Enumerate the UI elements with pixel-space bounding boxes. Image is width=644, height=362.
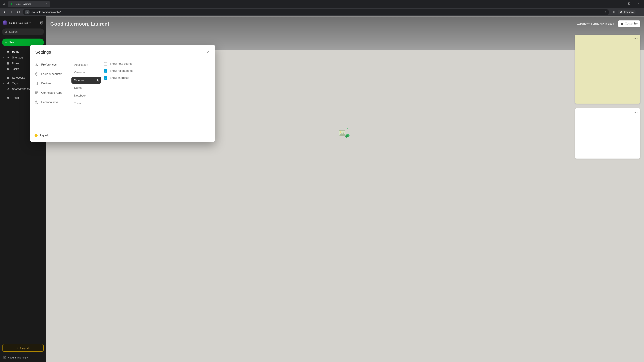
user-menu[interactable]: Lauren Dale Deli ▾ — [0, 19, 46, 27]
side-panel-button[interactable] — [610, 9, 616, 15]
customize-button[interactable]: Customize — [618, 20, 640, 27]
browser-tab[interactable]: Home - Evernote ✕ — [8, 1, 50, 7]
subitem-label: Calendar — [74, 71, 86, 74]
subitem-calendar[interactable]: Calendar — [72, 69, 101, 76]
checkbox[interactable] — [104, 62, 107, 65]
minimize-button[interactable]: ― — [620, 2, 625, 5]
category-label: Connected Apps — [41, 91, 62, 94]
svg-point-34 — [36, 101, 37, 102]
option-label: Show shortcuts — [110, 76, 129, 80]
close-icon[interactable]: ✕ — [205, 50, 210, 55]
subitem-label: Notebook — [74, 94, 86, 97]
svg-point-0 — [3, 3, 4, 4]
category-login-security[interactable]: Login & security — [34, 71, 70, 77]
checkbox[interactable] — [104, 69, 107, 72]
incognito-label: Incognito — [624, 11, 634, 13]
card-more-icon[interactable]: ••• — [634, 37, 638, 41]
card-more-icon[interactable]: ••• — [634, 110, 638, 114]
search-placeholder: Search — [9, 30, 18, 33]
illustration — [338, 127, 352, 139]
browser-titlebar: ▾ Home - Evernote ✕ + ― ✕ — [0, 0, 644, 8]
category-connected-apps[interactable]: Connected Apps — [34, 90, 70, 96]
customize-label: Customize — [625, 22, 638, 25]
subitem-notebook[interactable]: Notebook — [72, 92, 101, 99]
search-input[interactable]: Search — [2, 28, 44, 35]
home-icon — [7, 50, 10, 53]
tag-icon — [7, 82, 10, 85]
upgrade-button[interactable]: Upgrade — [2, 344, 44, 352]
incognito-badge[interactable]: Incognito — [618, 10, 636, 14]
svg-point-24 — [36, 64, 37, 64]
address-bar[interactable]: evernote.com/client/web#/ ☆ — [23, 9, 609, 15]
browser-toolbar: evernote.com/client/web#/ ☆ Incognito ⋮ — [0, 8, 644, 16]
incognito-icon — [620, 10, 623, 13]
svg-point-19 — [340, 131, 342, 133]
tab-title: Home - Evernote — [15, 3, 44, 5]
subitem-notes[interactable]: Notes — [72, 85, 101, 91]
settings-subitems: Application Calendar Sidebar Notes Noteb… — [72, 61, 101, 138]
back-button[interactable] — [2, 9, 8, 15]
window-controls: ― ✕ — [620, 2, 643, 5]
category-devices[interactable]: Devices — [34, 80, 70, 87]
subitem-application[interactable]: Application — [72, 61, 101, 68]
search-icon — [4, 30, 8, 33]
settings-upgrade-label: Upgrade — [39, 134, 49, 137]
widget-card-2: ••• — [575, 108, 640, 159]
customize-icon — [620, 22, 624, 25]
sidebar-item-label: Notes — [12, 62, 19, 65]
chevron-down-icon: ▾ — [30, 22, 31, 24]
device-icon — [35, 82, 38, 85]
dialog-title: Settings — [35, 50, 51, 55]
url-text: evernote.com/client/web#/ — [32, 10, 61, 13]
new-label: New — [9, 41, 14, 44]
help-link[interactable]: Need a little help? — [0, 354, 46, 362]
gear-icon[interactable] — [40, 21, 43, 24]
sliders-icon — [35, 63, 38, 66]
evernote-favicon-icon — [10, 2, 13, 5]
option-label: Show note counts — [110, 62, 132, 65]
new-tab-button[interactable]: + — [52, 1, 57, 6]
svg-rect-7 — [612, 11, 614, 13]
svg-rect-30 — [37, 92, 38, 93]
browser-menu-button[interactable]: ⋮ — [637, 10, 642, 14]
avatar — [3, 20, 8, 25]
maximize-button[interactable] — [628, 2, 633, 5]
subitem-label: Sidebar — [74, 79, 84, 82]
svg-point-10 — [5, 31, 7, 33]
option-show-shortcuts[interactable]: Show shortcuts — [104, 76, 209, 80]
category-personal-info[interactable]: Personal info — [34, 99, 70, 105]
category-preferences[interactable]: Preferences — [34, 61, 70, 68]
sidebar-item-label: Tasks — [12, 67, 19, 70]
forward-button[interactable] — [9, 9, 14, 15]
bookmark-star-icon[interactable]: ☆ — [604, 10, 606, 14]
svg-rect-32 — [37, 93, 38, 94]
search-tabs-button[interactable]: ▾ — [1, 1, 7, 7]
book-icon — [7, 76, 10, 79]
sidebar-item-label: Home — [12, 50, 19, 53]
subitem-tasks[interactable]: Tasks — [72, 100, 101, 107]
widget-card: ••• — [575, 35, 640, 104]
svg-point-17 — [4, 358, 5, 358]
category-label: Login & security — [41, 72, 62, 76]
category-label: Preferences — [41, 63, 57, 66]
settings-upgrade-link[interactable]: Upgrade — [34, 134, 49, 137]
upgrade-bolt-icon — [16, 347, 18, 349]
subitem-sidebar[interactable]: Sidebar — [72, 77, 101, 84]
category-label: Devices — [41, 82, 51, 85]
sidebar-item-label: Notebooks — [12, 76, 25, 79]
svg-rect-31 — [36, 93, 36, 94]
svg-point-26 — [36, 73, 37, 74]
option-show-recent-notes[interactable]: Show recent notes — [104, 69, 209, 72]
sidebar-item-label: Tags — [12, 82, 18, 85]
checkbox[interactable] — [104, 76, 107, 80]
share-icon — [7, 88, 10, 90]
option-label: Show recent notes — [110, 69, 133, 72]
site-info-icon[interactable] — [25, 10, 30, 14]
reload-button[interactable] — [16, 9, 22, 15]
close-window-button[interactable]: ✕ — [636, 2, 641, 5]
svg-rect-29 — [36, 92, 36, 93]
option-show-note-counts[interactable]: Show note counts — [104, 62, 209, 65]
tab-close-icon[interactable]: ✕ — [46, 2, 48, 5]
sidebar-item-label: Trash — [12, 96, 19, 99]
settings-dialog: Settings ✕ Preferences Login & security — [30, 45, 215, 142]
